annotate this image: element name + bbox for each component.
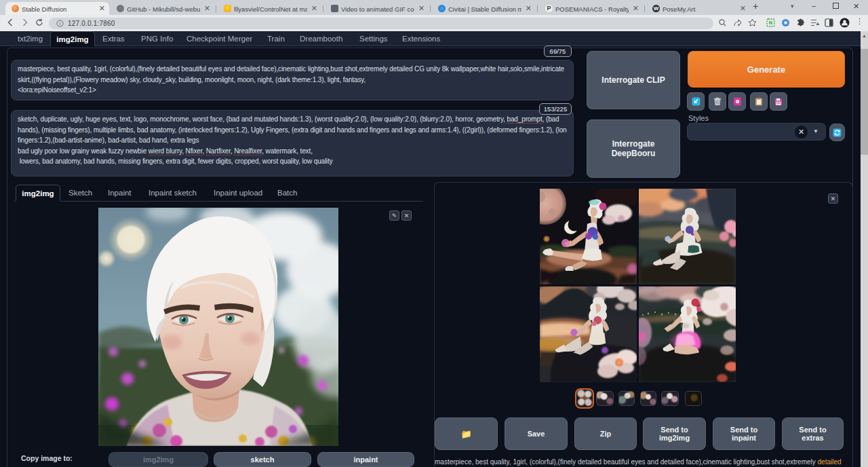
- svg-text:N: N: [769, 20, 772, 26]
- svg-text:i: i: [60, 20, 61, 26]
